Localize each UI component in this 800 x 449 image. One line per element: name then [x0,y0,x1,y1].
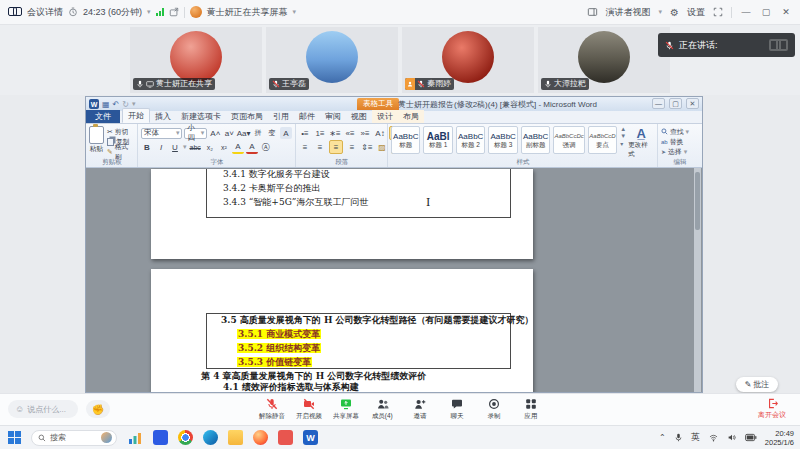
outdent-icon[interactable]: «≡ [344,127,356,139]
cut-button[interactable]: ✂剪切 [107,127,134,136]
underline-button[interactable]: U [169,141,181,153]
battery-icon[interactable] [745,433,757,442]
highlight-color-button[interactable]: A [232,140,244,154]
doc-line[interactable]: 3.5 高质量发展视角下的 H 公司数字化转型路径（有问题需要提建议才研究） [221,315,534,326]
multilevel-list-icon[interactable]: ∗≡ [329,127,341,139]
undo-icon[interactable]: ↶ [113,100,120,109]
taskbar-app-firefox[interactable] [253,430,268,445]
taskbar-clock[interactable]: 20:49 2025/1/6 [765,429,794,447]
document-page-2[interactable]: 3.5 高质量发展视角下的 H 公司数字化转型路径（有问题需要提建议才研究） 3… [151,269,533,392]
doc-line[interactable]: 4.1 绩效评价指标选取与体系构建 [223,382,359,392]
enclose-char-icon[interactable]: Ⓐ [260,141,272,153]
doc-line[interactable]: 第 4 章高质量发展视角下的 H 公司数字化转型绩效评价 [201,371,426,382]
scrollbar-thumb[interactable] [695,172,700,230]
tab-insert[interactable]: 插入 [150,110,176,123]
meeting-details-button[interactable]: 会议详情 [27,6,63,19]
record-button[interactable]: 录制 [475,396,512,421]
chevron-down-icon[interactable]: ▾ [183,143,187,151]
invite-button[interactable]: 邀请 [401,396,438,421]
numbering-icon[interactable]: 1≡ [314,127,326,139]
style-card[interactable]: AaBbC副标题 [521,126,550,154]
settings-button[interactable]: 设置 [687,6,705,19]
sharer-banner[interactable]: 黄士妍正在共享屏幕 [207,6,288,19]
leave-meeting-button[interactable]: 离开会议 [748,396,796,420]
tray-expand-icon[interactable]: ⌃ [659,433,666,442]
change-case-icon[interactable]: Aa▾ [237,127,250,139]
style-card[interactable]: AaBbC标题 3 [488,126,517,154]
tab-table-design[interactable]: 设计 [372,110,398,123]
bold-button[interactable]: B [141,141,153,153]
superscript-button[interactable]: x² [218,141,230,153]
tab-view[interactable]: 视图 [346,110,372,123]
wifi-icon[interactable] [708,433,719,442]
doc-line-highlighted[interactable]: 3.5.3 价值链变革 [237,357,312,368]
align-right-icon[interactable]: ≡ [329,140,343,154]
tab-home[interactable]: 开始 [122,108,150,123]
tab-mailings[interactable]: 邮件 [294,110,320,123]
fullscreen-icon[interactable] [713,7,723,17]
participant-tile[interactable]: 王亭磊 [266,27,398,93]
char-shading-icon[interactable]: A [280,127,292,139]
bullets-icon[interactable]: •≡ [299,127,311,139]
unmute-button[interactable]: 解除静音 [253,396,290,421]
chat-button[interactable]: 聊天 [438,396,475,421]
style-card[interactable]: AaBl标题 1 [423,126,452,154]
doc-line[interactable]: 3.4.2 卡奥斯平台的推出 [223,183,321,194]
phonetic-guide-icon[interactable]: 拼 [252,127,264,139]
style-card[interactable]: AaBbC标题 2 [456,126,485,154]
shrink-font-icon[interactable]: a˅ [223,127,235,139]
document-area[interactable]: 3.4.1 数字化服务平台建设 3.4.2 卡奥斯平台的推出 3.4.3 “智能… [86,168,702,392]
font-size-combo[interactable]: 小四▾ [184,128,207,139]
maximize-icon[interactable]: ▢ [669,98,682,109]
justify-icon[interactable]: ≡ [346,141,358,153]
taskbar-app-edge[interactable] [203,430,218,445]
font-name-combo[interactable]: 宋体▾ [141,128,182,139]
quick-chat-input[interactable]: ☺ 说点什么... [8,400,78,418]
save-icon[interactable]: ▦ [102,100,110,109]
align-left-icon[interactable]: ≡ [299,141,311,153]
taskbar-app-blue[interactable] [153,430,168,445]
share-window-icon[interactable] [169,7,179,17]
participant-tile[interactable]: 秦雨婷 [402,27,534,93]
format-painter-button[interactable]: ✎格式刷 [107,147,134,156]
annotate-button[interactable]: ✎ 批注 [736,377,778,392]
style-card[interactable]: AaBbCcDc强调 [553,126,584,154]
find-button[interactable]: 查找▾ [661,127,699,136]
apps-button[interactable]: 应用 [512,396,549,421]
maximize-icon[interactable]: ▢ [760,7,772,17]
participant-tile[interactable]: 黄士妍正在共享 [130,27,262,93]
align-center-icon[interactable]: ≡ [314,141,326,153]
start-video-button[interactable]: 开启视频 [290,396,327,421]
volume-icon[interactable] [727,433,737,442]
italic-button[interactable]: I [155,141,167,153]
strikethrough-button[interactable]: abc [189,141,202,153]
subscript-button[interactable]: x₂ [204,141,216,153]
close-icon[interactable]: ✕ [686,98,699,109]
tab-file[interactable]: 文件 [86,110,120,123]
doc-line[interactable]: 3.4.3 “智能+5G”海尔互联工厂问世 [223,197,368,208]
paste-button[interactable]: 粘贴 [89,126,104,156]
share-screen-button[interactable]: 共享屏幕 [327,396,364,421]
doc-line[interactable]: 3.4.1 数字化服务平台建设 [223,169,330,180]
minimize-icon[interactable]: — [740,7,752,17]
chevron-down-icon[interactable]: ▾ [132,100,136,108]
line-spacing-icon[interactable]: ⇕≡ [361,141,373,153]
sort-icon[interactable]: A↕ [374,127,386,139]
replace-button[interactable]: ab替换 [661,137,699,146]
taskbar-app-chrome[interactable] [178,430,193,445]
tab-review[interactable]: 审阅 [320,110,346,123]
reaction-button[interactable]: ✊ [86,400,110,418]
vertical-scrollbar[interactable] [694,168,701,392]
tray-mic-icon[interactable] [674,433,683,442]
tab-page-layout[interactable]: 页面布局 [226,110,268,123]
shading-icon[interactable]: ▨ [376,141,388,153]
tab-references[interactable]: 引用 [268,110,294,123]
taskbar-app-folder[interactable] [228,430,243,445]
participant-tile[interactable]: 大潭拉粑 [538,27,670,93]
font-color-button[interactable]: A [246,140,258,154]
close-icon[interactable]: ✕ [780,7,792,17]
char-border-icon[interactable]: 变 [266,127,278,139]
meeting-timer[interactable]: 24:23 (60分钟) [83,6,142,19]
windows-start-button[interactable] [8,431,21,444]
change-styles-button[interactable]: A̲ 更改样式 [628,126,654,159]
